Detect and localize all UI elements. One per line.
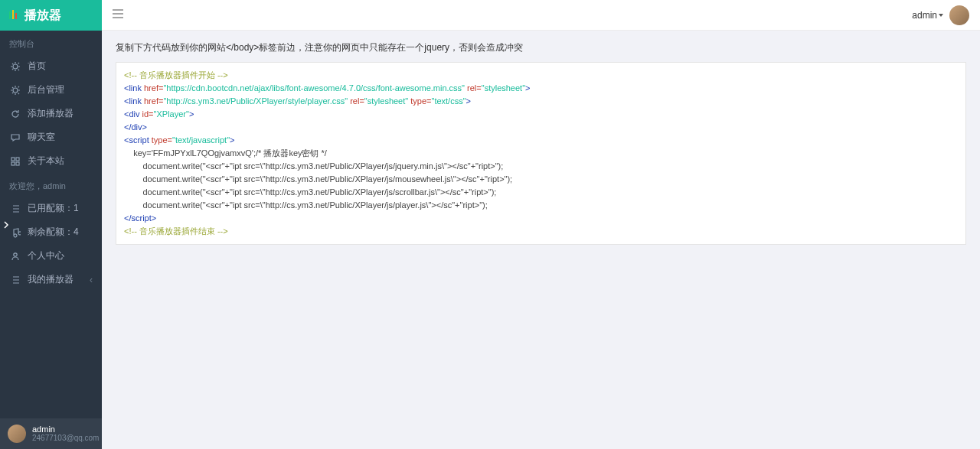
user-name: admin (32, 425, 99, 434)
sidebar-item-label: 个人中心 (28, 249, 64, 262)
bars-icon (9, 10, 20, 21)
sidebar-item[interactable]: 添加播放器 (0, 102, 102, 125)
svg-rect-8 (16, 162, 19, 165)
svg-rect-6 (16, 158, 19, 161)
code-box: <!-- 音乐播放器插件开始 --> <link href="https://c… (116, 62, 966, 245)
main-content: 复制下方代码放到你的网站</body>标签前边，注意你的网页中只能存在一个jqu… (102, 31, 980, 449)
svg-rect-1 (12, 10, 14, 19)
sidebar-item[interactable]: 个人中心 (0, 244, 102, 268)
sidebar-section-console: 控制台 (0, 31, 102, 54)
svg-rect-2 (15, 13, 17, 19)
svg-rect-0 (9, 11, 11, 19)
svg-point-9 (14, 252, 17, 255)
chevron-right-icon (3, 221, 9, 229)
chat-icon (10, 132, 21, 143)
sidebar-item[interactable]: 已用配额：1 (0, 197, 102, 220)
sidebar-item-label: 后台管理 (28, 83, 64, 96)
user-icon (10, 251, 21, 262)
gear-icon (10, 85, 21, 96)
sidebar-item-label: 已用配额：1 (28, 202, 79, 215)
sidebar-item-label: 聊天室 (28, 131, 55, 144)
svg-point-3 (13, 64, 18, 69)
avatar (8, 425, 26, 443)
list-icon (10, 275, 21, 285)
sidebar-user-box[interactable]: admin 24677103@qq.com (0, 418, 102, 449)
toggle-sidebar-button[interactable] (113, 9, 123, 21)
admin-menu[interactable]: admin (912, 5, 969, 25)
gear-icon (10, 61, 21, 72)
sidebar-item-label: 我的播放器 (28, 273, 74, 286)
brand-title: 播放器 (24, 8, 61, 24)
expand-tab[interactable] (0, 211, 12, 239)
sidebar-item-label: 剩余配额：4 (28, 226, 79, 239)
sidebar-item[interactable]: 聊天室 (0, 125, 102, 149)
sidebar-item[interactable]: 剩余配额：4 (0, 220, 102, 244)
sidebar-item-label: 首页 (28, 60, 46, 73)
sidebar-item[interactable]: 我的播放器‹ (0, 268, 102, 291)
sidebar-item-label: 关于本站 (28, 155, 64, 168)
chevron-left-icon: ‹ (90, 275, 93, 285)
sidebar-section-welcome: 欢迎您，admin (0, 173, 102, 197)
sidebar-item[interactable]: 首页 (0, 54, 102, 78)
sidebar-item-label: 添加播放器 (28, 107, 74, 120)
refresh-icon (10, 109, 21, 119)
sidebar-item[interactable]: 后台管理 (0, 78, 102, 102)
grid-icon (10, 156, 21, 167)
user-email: 24677103@qq.com (32, 434, 99, 443)
sidebar: 播放器 控制台 首页后台管理添加播放器聊天室关于本站 欢迎您，admin 已用配… (0, 0, 102, 449)
admin-label: admin (912, 10, 937, 21)
header: admin (102, 0, 980, 31)
svg-rect-7 (11, 162, 15, 165)
svg-point-4 (13, 88, 18, 93)
sidebar-item[interactable]: 关于本站 (0, 149, 102, 173)
hint-text: 复制下方代码放到你的网站</body>标签前边，注意你的网页中只能存在一个jqu… (116, 41, 966, 54)
brand[interactable]: 播放器 (0, 0, 102, 31)
avatar (949, 5, 969, 25)
svg-rect-5 (11, 158, 15, 161)
chevron-down-icon (939, 14, 943, 17)
menu-icon (113, 9, 123, 18)
